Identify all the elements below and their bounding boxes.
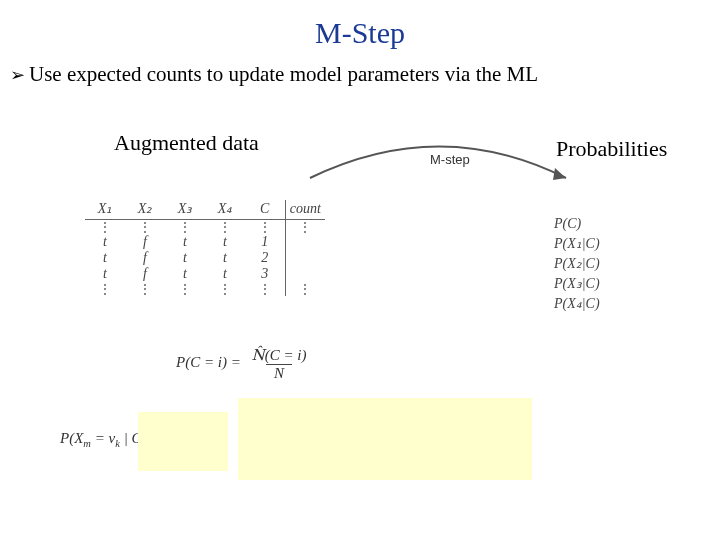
table-vdots: ⋮⋮⋮⋮⋮⋮ — [85, 282, 325, 296]
cell: t — [85, 266, 125, 282]
cell: 3 — [245, 266, 285, 282]
mstep-arc-label: M-step — [430, 152, 470, 167]
col-header: X₃ — [165, 200, 205, 220]
col-header: C — [245, 200, 285, 220]
sub: m — [83, 438, 91, 449]
bullet-item: ➢ Use expected counts to update model pa… — [10, 62, 720, 88]
cell: 1 — [245, 234, 285, 250]
cell: f — [125, 234, 165, 250]
table-vdots: ⋮⋮⋮⋮⋮⋮ — [85, 220, 325, 235]
cell: t — [85, 234, 125, 250]
probabilities-label: Probabilities — [550, 134, 673, 164]
cell: t — [165, 250, 205, 266]
augmented-data-table: X₁ X₂ X₃ X₄ C count ⋮⋮⋮⋮⋮⋮ t f t t 1 t f… — [85, 200, 325, 296]
table-row: t f t t 1 — [85, 234, 325, 250]
probabilities-list: P(C) P(X₁|C) P(X₂|C) P(X₃|C) P(X₄|C) — [554, 214, 600, 314]
denominator: N — [266, 364, 292, 382]
col-header: X₁ — [85, 200, 125, 220]
cell: 2 — [245, 250, 285, 266]
formula-pc: P(C = i) = N̂(C = i) N — [176, 346, 314, 382]
table-row: t f t t 2 — [85, 250, 325, 266]
prob-item: P(X₁|C) — [554, 234, 600, 254]
cell: t — [165, 266, 205, 282]
table-row: t f t t 3 — [85, 266, 325, 282]
prob-item: P(X₂|C) — [554, 254, 600, 274]
formula-lhs: P(C = i) = — [176, 354, 241, 370]
prob-item: P(C) — [554, 214, 600, 234]
cell: f — [125, 266, 165, 282]
cell: t — [205, 266, 245, 282]
bullet-text: Use expected counts to update model para… — [29, 62, 538, 87]
col-header: X₄ — [205, 200, 245, 220]
sym: P(X — [60, 430, 83, 446]
slide-title: M-Step — [0, 16, 720, 50]
prob-item: P(X₃|C) — [554, 274, 600, 294]
numerator: N̂(C = i) — [248, 346, 311, 364]
cell: t — [165, 234, 205, 250]
bullet-arrow-icon: ➢ — [10, 62, 25, 88]
cell — [285, 250, 325, 266]
cell: f — [125, 250, 165, 266]
cell — [285, 234, 325, 250]
cell: t — [205, 234, 245, 250]
highlighted-mask — [238, 398, 532, 480]
highlighted-mask — [138, 412, 228, 471]
cell: t — [85, 250, 125, 266]
prob-item: P(X₄|C) — [554, 294, 600, 314]
cell — [285, 266, 325, 282]
cell: t — [205, 250, 245, 266]
augmented-data-label: Augmented data — [108, 128, 265, 158]
col-header: count — [285, 200, 325, 220]
table-header-row: X₁ X₂ X₃ X₄ C count — [85, 200, 325, 220]
col-header: X₂ — [125, 200, 165, 220]
fraction: N̂(C = i) N — [248, 346, 311, 382]
sym: = v — [91, 430, 115, 446]
svg-marker-0 — [553, 168, 566, 180]
